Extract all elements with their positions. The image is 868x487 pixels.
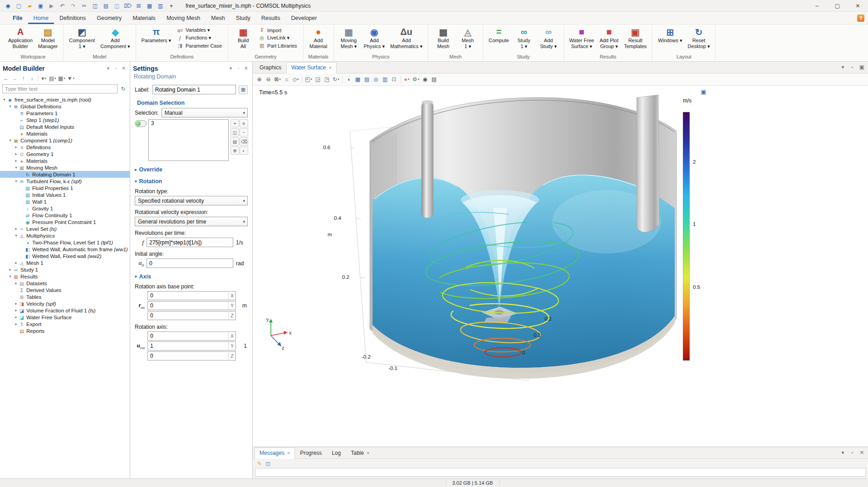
tree-item-water-free-surface[interactable]: ▸◪Water Free Surface — [0, 314, 130, 321]
section-rotation[interactable]: Rotation — [135, 178, 248, 185]
tree-item-reports[interactable]: ▤Reports — [0, 327, 130, 334]
ribbon-add-mathematics[interactable]: ΔuAdd Mathematics ▾ — [387, 25, 425, 50]
ribbon-livelink[interactable]: ◎LiveLink ▾ — [257, 34, 298, 41]
remove-selection-icon[interactable]: − — [240, 128, 248, 136]
close-tab-icon[interactable]: × — [287, 450, 290, 456]
refresh-icon[interactable]: ↻ — [119, 85, 128, 93]
menu-results[interactable]: Results — [256, 12, 286, 24]
tree-item-component-1[interactable]: ▾▣Component 1(comp1) — [0, 137, 130, 144]
play-icon[interactable]: ▶ — [46, 1, 57, 10]
paste-selection-icon[interactable]: ▤ — [230, 137, 239, 146]
ribbon-import[interactable]: ↧Import — [257, 27, 298, 34]
ribbon-build-mesh[interactable]: ▩Build Mesh — [431, 25, 456, 50]
grid-window-icon[interactable]: ▥ — [155, 1, 166, 10]
tab-water-surface[interactable]: Water Surface× — [286, 62, 337, 73]
twisty-icon[interactable]: ▸ — [8, 268, 13, 272]
default-view-icon[interactable]: ⌂ — [282, 75, 291, 84]
tree-item-geometry-1[interactable]: ▸⊙Geometry 1 — [0, 151, 130, 157]
section-axis[interactable]: Axis — [135, 273, 248, 280]
color-theme-icon[interactable]: ●▾ — [402, 75, 411, 84]
ribbon-part-libraries[interactable]: ▥Part Libraries — [257, 42, 298, 49]
close-icon[interactable]: ✕ — [120, 65, 127, 72]
ribbon-variables[interactable]: a=Variables ▾ — [176, 27, 223, 34]
maximize-panel-icon[interactable]: ▣ — [858, 63, 866, 71]
move-up-icon[interactable]: ↑ — [19, 74, 28, 83]
ribbon-mesh-1[interactable]: ◬Mesh 1 ▾ — [456, 25, 480, 50]
nav-forward-icon[interactable]: → — [10, 74, 19, 83]
tab-graphics[interactable]: Graphics — [255, 62, 286, 73]
sound-icon[interactable]: ◖ — [344, 75, 353, 84]
tab-messages[interactable]: Messages× — [255, 448, 295, 459]
label-input[interactable] — [152, 85, 236, 94]
tree-item-study-1[interactable]: ▸∞Study 1 — [0, 266, 130, 273]
ribbon-study-1[interactable]: ∞Study 1 ▾ — [512, 25, 536, 50]
ribbon-water-free-surface[interactable]: ■Water Free Surface ▾ — [567, 25, 597, 50]
active-toggle[interactable] — [135, 120, 147, 127]
twisty-icon[interactable]: ▾ — [8, 104, 13, 108]
menu-moving-mesh[interactable]: Moving Mesh — [161, 12, 206, 24]
tree-item-default-model-inputs[interactable]: ▤Default Model Inputs — [0, 123, 130, 130]
base-point-x-input[interactable] — [147, 291, 228, 300]
tree-item-level-set[interactable]: ▸≈Level Set(ls) — [0, 225, 130, 232]
menu-study[interactable]: Study — [230, 12, 256, 24]
clear-selection-icon[interactable]: ⌫ — [240, 137, 248, 146]
add-selection-icon[interactable]: + — [230, 119, 239, 127]
tree-item-velocity[interactable]: ▸◨Velocity(spf) — [0, 300, 130, 307]
move-down-icon[interactable]: ↓ — [28, 74, 36, 83]
tree-item-step-1[interactable]: ⌐Step 1(step1) — [0, 117, 130, 123]
twisty-icon[interactable]: ▸ — [14, 315, 19, 319]
view-xy-icon[interactable]: ◰▾ — [304, 75, 313, 84]
delete-icon[interactable]: ⌦ — [123, 1, 133, 10]
collapse-icon[interactable]: ▾▾ — [39, 74, 48, 83]
rotation-axis-z-input[interactable] — [147, 351, 228, 360]
tree-item-materials[interactable]: ▸●Materials — [0, 157, 130, 164]
twisty-icon[interactable]: ▸ — [14, 159, 19, 163]
tree-item-fluid-properties-1[interactable]: ▨Fluid Properties 1 — [0, 185, 130, 191]
tree-item-gravity-1[interactable]: ↓Gravity 1 — [0, 205, 130, 212]
tree-item-wetted-wall-fixed-wall[interactable]: ◧Wetted Wall, Fixed wall(ww2) — [0, 253, 130, 259]
transparency-icon[interactable]: ▦ — [353, 75, 362, 84]
ribbon-add-plot-group[interactable]: ■Add Plot Group ▾ — [597, 25, 621, 50]
twisty-icon[interactable]: ▸ — [14, 308, 19, 312]
environment-icon[interactable]: ▥ — [381, 75, 389, 84]
close-tab-icon[interactable]: × — [329, 65, 331, 70]
tab-progress[interactable]: Progress — [295, 448, 327, 458]
selection-menu-icon[interactable]: ≡ — [240, 119, 248, 127]
zoom-out-icon[interactable]: ⊖ — [264, 75, 273, 84]
pointer-icon[interactable]: ✎ — [255, 460, 263, 468]
ribbon-result-templates[interactable]: ▣Result Templates — [621, 25, 649, 50]
ribbon-add-component[interactable]: ◆Add Component ▾ — [98, 25, 132, 50]
open-icon[interactable]: ▰ — [25, 1, 35, 10]
twisty-icon[interactable]: ▾ — [8, 138, 13, 142]
tree-item-tables[interactable]: ⊞Tables — [0, 293, 130, 300]
save-icon[interactable]: ▣ — [35, 1, 46, 10]
twisty-icon[interactable]: ▸ — [14, 302, 19, 306]
lock-icon[interactable]: ⊡ — [390, 75, 398, 84]
menu-geometry[interactable]: Geometry — [91, 12, 127, 24]
ribbon-parameters[interactable]: πParameters ▾ — [139, 25, 174, 44]
twisty-icon[interactable]: ▸ — [14, 152, 19, 156]
panel-options-icon[interactable]: ▾ — [105, 65, 112, 72]
tree-item-pressure-point-constraint-1[interactable]: ◉Pressure Point Constraint 1 — [0, 219, 130, 225]
comsol-logo-icon[interactable]: ◉ — [3, 1, 13, 10]
twisty-icon[interactable]: ▸ — [14, 261, 19, 265]
ribbon-add-study[interactable]: ∞Add Study ▾ — [536, 25, 561, 50]
selection-item[interactable]: 3 — [149, 120, 228, 127]
close-tab-icon[interactable]: × — [367, 450, 369, 456]
menu-home[interactable]: Home — [28, 12, 54, 24]
rotate-view-icon[interactable]: ↻▾ — [332, 75, 340, 84]
paste-icon[interactable]: ▤ — [101, 1, 111, 10]
twisty-icon[interactable]: ▾ — [2, 97, 7, 102]
panel-options-icon[interactable]: ▾ — [839, 63, 847, 71]
tree-item-global-definitions[interactable]: ▾⊕Global Definitions — [0, 103, 130, 110]
filter-input[interactable] — [2, 84, 118, 93]
twisty-icon[interactable]: ▾ — [14, 179, 19, 183]
float-icon[interactable]: ▫ — [848, 63, 857, 71]
messages-content[interactable] — [255, 468, 866, 477]
tree-item-rotating-domain-1[interactable]: ↻Rotating Domain 1 — [0, 171, 130, 178]
menu-materials[interactable]: Materials — [127, 12, 161, 24]
twisty-icon[interactable]: ▸ — [14, 227, 19, 231]
help-icon[interactable]: ? — [857, 15, 864, 22]
copy-icon[interactable]: ◫ — [90, 1, 100, 10]
reset-window-icon[interactable]: ⊞ — [133, 1, 144, 10]
